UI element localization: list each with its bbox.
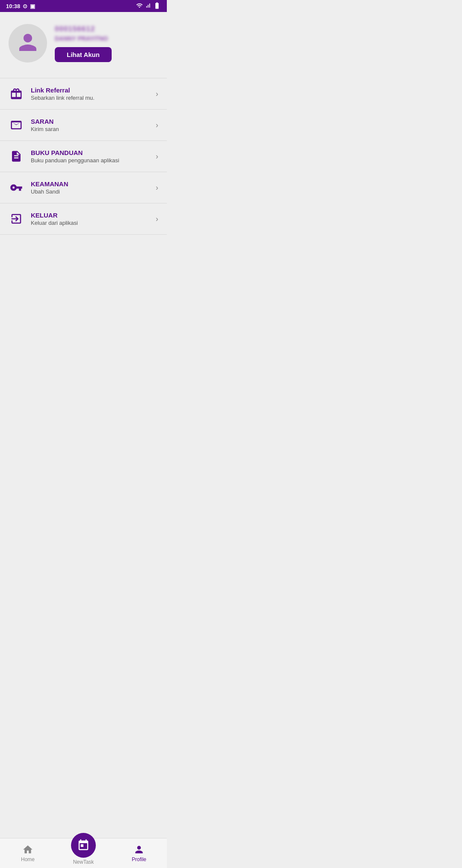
- envelope-icon: [9, 117, 24, 133]
- status-bar-left: 10:38 ⊙ ▣: [6, 3, 35, 9]
- circle-icon: ⊙: [23, 3, 27, 9]
- status-bar: 10:38 ⊙ ▣: [0, 0, 167, 12]
- menu-text-referral: Link Referral Sebarkan link referral mu.: [31, 87, 149, 101]
- menu-title-saran: SARAN: [31, 118, 149, 125]
- wifi-icon: [136, 2, 143, 10]
- time-display: 10:38: [6, 3, 20, 9]
- menu-list: Link Referral Sebarkan link referral mu.…: [0, 78, 167, 235]
- signal-icon: [145, 3, 151, 10]
- avatar: [9, 24, 47, 63]
- lihat-akun-button[interactable]: Lihat Akun: [55, 47, 112, 62]
- menu-title-referral: Link Referral: [31, 87, 149, 94]
- menu-item-referral[interactable]: Link Referral Sebarkan link referral mu.…: [0, 78, 167, 110]
- menu-title-keamanan: KEAMANAN: [31, 180, 149, 188]
- menu-subtitle-keamanan: Ubah Sandi: [31, 188, 149, 195]
- battery-icon: [153, 2, 161, 11]
- chevron-right-icon-keluar: ›: [156, 215, 158, 224]
- user-name: DANNY PRAYITNO: [55, 35, 112, 42]
- menu-subtitle-panduan: Buku panduan penggunaan aplikasi: [31, 157, 149, 164]
- status-bar-right: [136, 2, 161, 11]
- menu-subtitle-referral: Sebarkan link referral mu.: [31, 95, 149, 101]
- sim-icon: ▣: [30, 3, 35, 9]
- gift-icon: [9, 86, 24, 101]
- menu-text-keamanan: KEAMANAN Ubah Sandi: [31, 180, 149, 195]
- menu-text-panduan: BUKU PANDUAN Buku panduan penggunaan apl…: [31, 149, 149, 164]
- menu-title-keluar: KELUAR: [31, 212, 149, 219]
- menu-subtitle-keluar: Keluar dari aplikasi: [31, 220, 149, 226]
- user-id: 000156612: [55, 25, 112, 33]
- menu-item-keluar[interactable]: KELUAR Keluar dari aplikasi ›: [0, 203, 167, 235]
- menu-text-saran: SARAN Kirim saran: [31, 118, 149, 132]
- menu-text-keluar: KELUAR Keluar dari aplikasi: [31, 212, 149, 226]
- menu-item-saran[interactable]: SARAN Kirim saran ›: [0, 110, 167, 141]
- chevron-right-icon-saran: ›: [156, 121, 158, 130]
- profile-header: 000156612 DANNY PRAYITNO Lihat Akun: [0, 12, 167, 75]
- chevron-right-icon-keamanan: ›: [156, 183, 158, 192]
- menu-item-panduan[interactable]: BUKU PANDUAN Buku panduan penggunaan apl…: [0, 141, 167, 172]
- chevron-right-icon: ›: [156, 89, 158, 98]
- document-icon: [9, 149, 24, 164]
- menu-title-panduan: BUKU PANDUAN: [31, 149, 149, 156]
- menu-item-keamanan[interactable]: KEAMANAN Ubah Sandi ›: [0, 172, 167, 203]
- profile-info: 000156612 DANNY PRAYITNO Lihat Akun: [55, 25, 112, 62]
- user-icon: [17, 32, 38, 55]
- chevron-right-icon-panduan: ›: [156, 152, 158, 161]
- exit-icon: [9, 211, 24, 227]
- key-icon: [9, 180, 24, 195]
- menu-subtitle-saran: Kirim saran: [31, 126, 149, 132]
